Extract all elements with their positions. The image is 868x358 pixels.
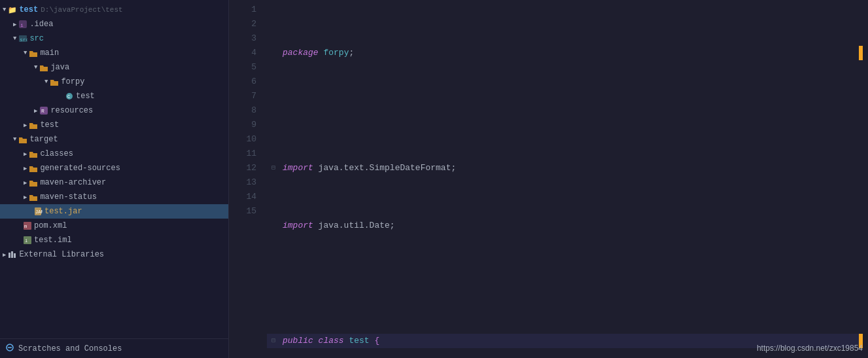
chevron-icon: ▶ bbox=[34, 107, 37, 115]
code-line-3: ⊟ import java.text.SimpleDateFormat; bbox=[267, 161, 863, 175]
tree-label: resources bbox=[50, 106, 93, 115]
tree-item-idea[interactable]: ▶ i .idea bbox=[0, 17, 228, 31]
tree-item-maven-status[interactable]: ▶ maven-status bbox=[0, 190, 228, 204]
tree-label: src bbox=[29, 34, 44, 43]
keyword: class bbox=[319, 334, 349, 348]
tree-label: .idea bbox=[29, 20, 53, 29]
tree-item-iml[interactable]: i test.iml bbox=[0, 233, 228, 247]
bracket: { bbox=[374, 334, 379, 348]
tree-item-resources[interactable]: ▶ R resources bbox=[0, 103, 228, 118]
import-path: java.text.SimpleDateFormat; bbox=[319, 161, 457, 175]
tree-label: generated-sources bbox=[40, 164, 120, 173]
tree-item-ext-libs[interactable]: ▶ External Libraries bbox=[0, 247, 228, 262]
tree-label: classes bbox=[40, 149, 73, 158]
file-tree[interactable]: ▼ 📁 test D:\javaProject\test ▶ i .idea ▼… bbox=[0, 0, 228, 338]
watermark: https://blog.csdn.net/zxc19854 bbox=[757, 344, 863, 353]
folder-icon: 📁 bbox=[7, 5, 18, 15]
class-name: test bbox=[349, 334, 374, 348]
tree-label: pom.xml bbox=[34, 221, 67, 230]
folder-icon bbox=[28, 120, 39, 130]
chevron-icon: ▶ bbox=[24, 179, 27, 187]
chevron-icon: ▼ bbox=[3, 7, 6, 13]
tree-label: test bbox=[76, 92, 95, 101]
tree-item-test-jar[interactable]: JAR test.jar bbox=[0, 204, 228, 219]
tree-label: External Libraries bbox=[19, 250, 104, 259]
code-line-4: import java.util.Date; bbox=[267, 219, 863, 233]
tree-item-pom[interactable]: m pom.xml bbox=[0, 219, 228, 233]
right-marker-1 bbox=[859, 46, 863, 60]
tree-item-test-dir[interactable]: ▶ test bbox=[0, 118, 228, 132]
punct: ; bbox=[349, 46, 354, 60]
svg-text:m: m bbox=[24, 224, 27, 229]
gutter-6: ⊟ bbox=[267, 334, 280, 348]
pkg-name: forpy bbox=[323, 46, 349, 60]
chevron-icon: ▶ bbox=[24, 122, 27, 129]
svg-rect-16 bbox=[14, 253, 16, 258]
chevron-icon: ▶ bbox=[24, 194, 27, 201]
java-class-icon: C bbox=[64, 91, 75, 101]
code-line-1: package forpy; bbox=[267, 46, 863, 60]
keyword: public bbox=[283, 334, 319, 348]
chevron-icon: ▶ bbox=[3, 251, 6, 259]
chevron-icon: ▼ bbox=[13, 136, 16, 143]
tree-label: main bbox=[40, 48, 59, 58]
code-line-2 bbox=[267, 103, 863, 118]
tree-item-test-class[interactable]: C test bbox=[0, 89, 228, 103]
watermark-text: https://blog.csdn.net/zxc19854 bbox=[757, 344, 863, 353]
resources-icon: R bbox=[39, 105, 49, 116]
chevron-icon: ▼ bbox=[24, 50, 27, 56]
chevron-icon: ▶ bbox=[13, 21, 16, 28]
tree-item-test-root[interactable]: ▼ 📁 test D:\javaProject\test bbox=[0, 3, 228, 17]
tree-label: test.iml bbox=[34, 236, 72, 245]
bottom-bar[interactable]: Scratches and Consoles bbox=[0, 338, 228, 358]
jar-icon: JAR bbox=[33, 206, 43, 217]
tree-item-main[interactable]: ▼ main bbox=[0, 46, 228, 60]
svg-rect-15 bbox=[11, 251, 13, 258]
tree-item-classes[interactable]: ▶ classes bbox=[0, 147, 228, 161]
folder-icon bbox=[28, 48, 39, 58]
chevron-icon: ▼ bbox=[34, 64, 37, 71]
tree-item-src[interactable]: ▼ src src bbox=[0, 31, 228, 46]
svg-text:R: R bbox=[41, 108, 44, 114]
folder-icon bbox=[28, 163, 39, 173]
tree-item-maven-archiver[interactable]: ▶ maven-archiver bbox=[0, 175, 228, 190]
tree-label: test bbox=[40, 120, 59, 130]
keyword: import bbox=[283, 161, 319, 175]
tree-label: target bbox=[29, 135, 58, 144]
tree-label: maven-status bbox=[40, 192, 96, 202]
code-editor: 1 2 3 4 5 6 7 8 9 10 11 12 13 14 15 pack… bbox=[229, 0, 868, 358]
chevron-icon: ▼ bbox=[44, 79, 48, 85]
svg-text:JAR: JAR bbox=[35, 209, 43, 215]
fold-arrow-6[interactable]: ⊟ bbox=[271, 334, 275, 348]
src-icon: src bbox=[18, 33, 28, 44]
code-area[interactable]: 1 2 3 4 5 6 7 8 9 10 11 12 13 14 15 pack… bbox=[229, 0, 868, 358]
import-path: java.util.Date; bbox=[319, 219, 395, 233]
fold-arrow-3[interactable]: ⊟ bbox=[271, 161, 275, 175]
line-numbers: 1 2 3 4 5 6 7 8 9 10 11 12 13 14 15 bbox=[229, 3, 262, 355]
svg-rect-14 bbox=[9, 253, 10, 258]
tree-item-forpy[interactable]: ▼ forpy bbox=[0, 75, 228, 89]
code-line-5 bbox=[267, 276, 863, 291]
folder-icon bbox=[28, 192, 39, 202]
folder-icon bbox=[49, 77, 60, 87]
code-content[interactable]: package forpy; ⊟ import java.text.Simple… bbox=[262, 3, 868, 355]
tree-label: maven-archiver bbox=[40, 178, 106, 187]
chevron-icon: ▼ bbox=[13, 35, 16, 42]
folder-icon bbox=[28, 177, 39, 188]
tree-path: D:\javaProject\test bbox=[41, 6, 122, 14]
chevron-icon: ▶ bbox=[24, 165, 27, 172]
gutter-3: ⊟ bbox=[267, 161, 280, 175]
folder-icon bbox=[18, 134, 28, 145]
tree-item-generated-sources[interactable]: ▶ generated-sources bbox=[0, 161, 228, 175]
svg-text:C: C bbox=[67, 94, 70, 99]
folder-icon bbox=[28, 149, 39, 159]
idea-icon: i bbox=[18, 19, 28, 29]
tree-item-target[interactable]: ▼ target bbox=[0, 132, 228, 147]
folder-icon bbox=[39, 62, 49, 73]
keyword: import bbox=[283, 219, 319, 233]
sidebar: ▼ 📁 test D:\javaProject\test ▶ i .idea ▼… bbox=[0, 0, 229, 358]
scratches-label: Scratches and Consoles bbox=[18, 344, 122, 353]
tree-label: test bbox=[19, 5, 38, 14]
iml-icon: i bbox=[22, 235, 33, 245]
tree-item-java[interactable]: ▼ java bbox=[0, 60, 228, 75]
